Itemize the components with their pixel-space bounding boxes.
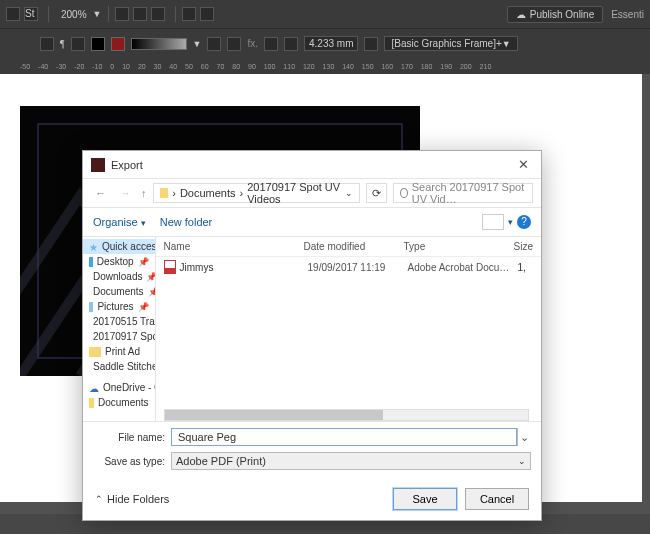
nav-back-button[interactable]: ← [91,185,110,201]
sidebar-item-folder-3[interactable]: Print Ad [83,344,155,359]
col-name[interactable]: Name [164,241,304,252]
file-size: 1, [518,262,526,273]
cancel-button[interactable]: Cancel [465,488,529,510]
pin-icon: 📌 [138,257,149,267]
align-icon[interactable] [284,37,298,51]
sidebar-item-downloads[interactable]: Downloads📌 [83,269,155,284]
file-date: 19/09/2017 11:19 [308,262,408,273]
search-placeholder: Search 20170917 Spot UV Vid… [412,181,526,205]
view-icon-2[interactable] [133,7,147,21]
cloud-up-icon: ☁ [516,9,526,20]
app-topbar: St 200% ▼ ☁ Publish Online Essenti [0,0,650,28]
file-name: Jimmys [180,262,308,273]
dialog-title: Export [111,159,514,171]
corner-icon[interactable] [364,37,378,51]
saveas-type-dropdown[interactable]: Adobe PDF (Print) ⌄ [171,452,531,470]
filename-label: File name: [93,432,165,443]
stroke-swatch[interactable] [111,37,125,51]
refresh-button[interactable]: ⟳ [366,183,387,203]
indesign-icon [91,158,105,172]
filename-history-dropdown[interactable]: ⌄ [517,428,531,446]
control-panel: ¶ ▼ fx. 4.233 mm [Basic Graphics Frame]+… [0,28,650,58]
sidebar-item-quick-access[interactable]: ★Quick access [83,239,155,254]
para-style-icon[interactable] [40,37,54,51]
sidebar-item-desktop[interactable]: Desktop📌 [83,254,155,269]
pin-icon: 📌 [148,287,156,297]
dialog-titlebar[interactable]: Export ✕ [83,151,541,179]
nav-up-button[interactable]: ↑ [141,187,147,199]
col-type[interactable]: Type [404,241,514,252]
col-date[interactable]: Date modified [304,241,404,252]
sidebar-item-folder-2[interactable]: 20170917 Spot U [83,329,155,344]
horizontal-scrollbar[interactable] [164,409,529,421]
sidebar-item-folder-4[interactable]: Saddle Stitched [83,359,155,374]
scrollbar-thumb[interactable] [165,410,383,420]
pin-icon: 📌 [146,272,155,282]
new-folder-button[interactable]: New folder [160,216,213,228]
p-icon: ¶ [60,38,65,49]
publish-label: Publish Online [530,9,594,20]
view-icon-1[interactable] [115,7,129,21]
view-icon-3[interactable] [151,7,165,21]
filename-input[interactable]: Square Peg [171,428,517,446]
crumb-folder[interactable]: 20170917 Spot UV Videos [247,181,341,205]
effect-icon[interactable] [264,37,278,51]
app-menu-icon[interactable] [6,7,20,21]
workspace-switcher[interactable]: Essenti [611,9,644,20]
nav-forward-button: → [116,185,135,201]
search-icon [400,188,408,198]
organise-button[interactable]: Organise ▾ [93,216,146,228]
saveas-label: Save as type: [93,456,165,467]
publish-online-button[interactable]: ☁ Publish Online [507,6,603,23]
star-icon: ★ [89,242,98,252]
sidebar-item-documents-2[interactable]: Documents [83,395,155,410]
help-button[interactable]: ? [517,215,531,229]
zoom-level[interactable]: 200% [55,7,93,22]
sidebar-item-pictures[interactable]: Pictures📌 [83,299,155,314]
screen-mode-icon[interactable]: St [24,7,38,21]
close-button[interactable]: ✕ [514,157,533,172]
file-list-header[interactable]: Name Date modified Type Size [156,237,541,257]
export-dialog: Export ✕ ← → ↑ › Documents › 20170917 Sp… [82,150,542,521]
col-size[interactable]: Size [514,241,533,252]
sidebar-item-onedrive[interactable]: ☁OneDrive - Cimpr [83,380,155,395]
gradient-dropdown-icon[interactable]: ▼ [193,39,202,49]
chevron-down-icon: ▼ [502,39,511,49]
chevron-down-icon: ⌄ [518,456,526,466]
dialog-nav: ← → ↑ › Documents › 20170917 Spot UV Vid… [83,179,541,208]
opt-1-icon[interactable] [207,37,221,51]
fill-swatch[interactable] [91,37,105,51]
arrange-icon[interactable] [182,7,196,21]
hide-folders-label: Hide Folders [107,493,169,505]
save-button[interactable]: Save [393,488,457,510]
folder-icon [89,398,94,408]
zoom-dropdown-icon[interactable]: ▼ [93,9,102,19]
breadcrumb[interactable]: › Documents › 20170917 Spot UV Videos ⌄ [153,183,361,203]
gpu-icon[interactable] [200,7,214,21]
cloud-icon: ☁ [89,383,99,393]
crumb-dropdown-icon[interactable]: ⌄ [345,188,353,198]
folder-icon [89,347,101,357]
gradient-preview[interactable] [131,38,187,50]
sidebar-item-documents[interactable]: Documents📌 [83,284,155,299]
file-row[interactable]: Jimmys 19/09/2017 11:19 Adobe Acrobat Do… [156,257,541,277]
object-style-dropdown[interactable]: [Basic Graphics Frame]+ ▼ [384,36,517,51]
opt-2-icon[interactable] [227,37,241,51]
filename-value: Square Peg [176,430,238,444]
file-list: Name Date modified Type Size Jimmys 19/0… [156,237,541,421]
view-dropdown-icon[interactable]: ▾ [508,217,513,227]
object-style-label: [Basic Graphics Frame]+ [391,38,501,49]
pdf-icon [164,260,176,274]
file-type: Adobe Acrobat Docu… [408,262,518,273]
folder-icon [160,188,169,198]
crumb-documents[interactable]: Documents [180,187,236,199]
search-input[interactable]: Search 20170917 Spot UV Vid… [393,183,533,203]
hide-folders-button[interactable]: ⌃ Hide Folders [95,493,169,505]
view-options-button[interactable] [482,214,504,230]
desktop-icon [89,257,93,267]
stroke-weight-field[interactable]: 4.233 mm [304,36,358,51]
pictures-icon [89,302,93,312]
sidebar-item-folder-1[interactable]: 20170515 Trades [83,314,155,329]
char-style-icon[interactable] [71,37,85,51]
dialog-fields: File name: Square Peg ⌄ Save as type: Ad… [83,421,541,478]
